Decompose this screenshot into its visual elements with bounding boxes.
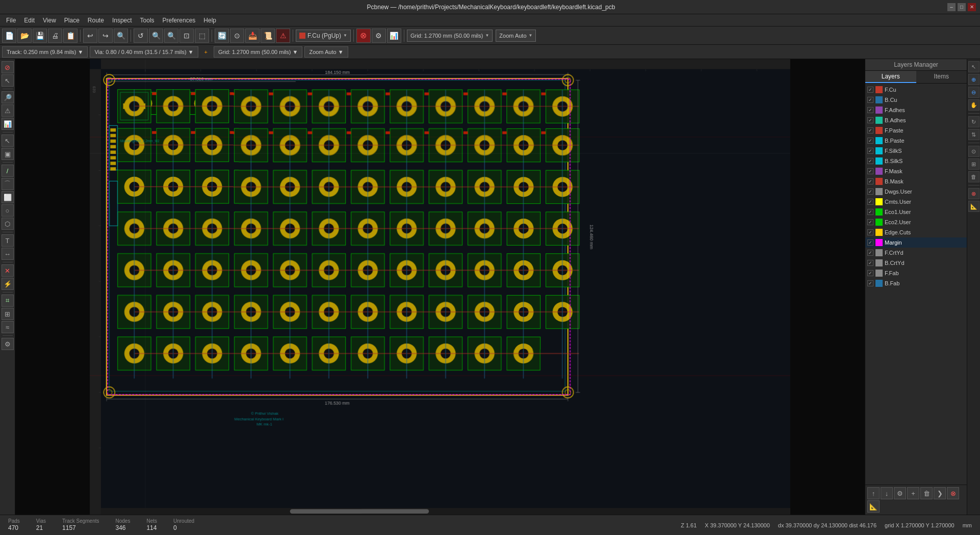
layer-item-f-paste[interactable]: ✓F.Paste: [865, 125, 967, 136]
minimize-button[interactable]: –: [947, 3, 956, 11]
layer-item-f-adhes[interactable]: ✓F.Adhes: [865, 105, 967, 115]
layer-visibility-check[interactable]: ✓: [867, 148, 873, 154]
layer-item-f-silks[interactable]: ✓F.SilkS: [865, 146, 967, 156]
via-selector[interactable]: Via: 0.80 / 0.40 mm (31.5 / 15.7 mils) ▼: [90, 46, 198, 58]
layer-item-edge-cuts[interactable]: ✓Edge.Cuts: [865, 227, 967, 237]
frt-zoom-out-button[interactable]: ⊖: [968, 87, 979, 98]
layers-add-button[interactable]: +: [907, 487, 919, 499]
layer-visibility-check[interactable]: ✓: [867, 178, 873, 184]
menu-item-tools[interactable]: Tools: [136, 16, 159, 25]
layers-arrow-up-button[interactable]: ↑: [867, 487, 880, 499]
zoom-selector[interactable]: Zoom Auto ▼: [496, 30, 536, 42]
escape-button[interactable]: ⊘: [2, 61, 14, 73]
frt-pointer-button[interactable]: ↖: [968, 61, 979, 72]
frt-pan-button[interactable]: ✋: [968, 99, 979, 111]
draw-line-tool[interactable]: /: [2, 165, 14, 177]
redo-button[interactable]: ↪: [98, 29, 113, 43]
layer-visibility-check[interactable]: ✓: [867, 117, 873, 123]
layer-visibility-check[interactable]: ✓: [867, 189, 873, 195]
menu-item-route[interactable]: Route: [84, 16, 108, 25]
draw-poly-tool[interactable]: ⬡: [2, 218, 14, 230]
layer-item-margin[interactable]: ✓Margin: [865, 237, 967, 248]
frt-ruler2-button[interactable]: 📐: [968, 201, 979, 212]
route-track-tool[interactable]: ⌗: [2, 295, 14, 307]
layer-visibility-check[interactable]: ✓: [867, 97, 873, 103]
undo-button[interactable]: ↩: [83, 29, 97, 43]
frt-zoom-in-button[interactable]: ⊕: [968, 74, 979, 85]
print-button[interactable]: 🖨: [48, 29, 62, 43]
inspect-tool[interactable]: 🔎: [2, 91, 14, 103]
layer-visibility-check[interactable]: ✓: [867, 168, 873, 174]
close-button[interactable]: ✕: [968, 3, 976, 11]
layer-visibility-check[interactable]: ✓: [867, 280, 873, 286]
search-button[interactable]: 🔍: [114, 29, 128, 43]
drc-button[interactable]: ⚠: [276, 29, 290, 43]
draw-rect-tool[interactable]: ⬜: [2, 191, 14, 203]
layer-item-f-crtyd[interactable]: ✓F.CrtYd: [865, 248, 967, 258]
frt-settings2-button[interactable]: ⊙: [968, 146, 979, 157]
layer-visibility-check[interactable]: ✓: [867, 138, 873, 144]
layers-arrow-down-button[interactable]: ↓: [881, 487, 893, 499]
draw-arc-tool[interactable]: ⌒: [2, 178, 14, 190]
netlist-button[interactable]: 📊: [387, 29, 401, 43]
layer-visibility-check[interactable]: ✓: [867, 107, 873, 113]
layers-trash-button[interactable]: 🗑: [920, 487, 933, 499]
track-selector[interactable]: Track: 0.250 mm (9.84 mils) ▼: [2, 46, 88, 58]
drc-run-button[interactable]: ⊗: [356, 29, 371, 43]
layer-visibility-check[interactable]: ✓: [867, 219, 873, 225]
layer-item-dwgs-user[interactable]: ✓Dwgs.User: [865, 186, 967, 197]
grid-selector[interactable]: Grid: 1.2700 mm (50.00 mils) ▼: [407, 30, 493, 42]
layer-visibility-check[interactable]: ✓: [867, 209, 873, 215]
frt-expand-button[interactable]: ⊗: [968, 188, 979, 199]
menu-item-inspect[interactable]: Inspect: [108, 16, 136, 25]
new-button[interactable]: 📄: [2, 29, 16, 43]
gerber-button[interactable]: 📋: [63, 29, 78, 43]
menu-item-help[interactable]: Help: [199, 16, 220, 25]
open-button[interactable]: 📂: [17, 29, 32, 43]
zoom-in-button[interactable]: 🔍: [149, 29, 163, 43]
layer-selector[interactable]: F.Cu (PgUp) ▼: [296, 30, 351, 42]
draw-circle-tool[interactable]: ○: [2, 204, 14, 217]
layers-drc-button[interactable]: ⊗: [947, 487, 959, 499]
refresh-button[interactable]: ↺: [134, 29, 148, 43]
layer-item-b-silks[interactable]: ✓B.SilkS: [865, 156, 967, 166]
route-diff-pair-tool[interactable]: ⊞: [2, 308, 14, 320]
maximize-button[interactable]: □: [958, 3, 966, 11]
zoom-fit-button[interactable]: ⊡: [179, 29, 194, 43]
layer-visibility-check[interactable]: ✓: [867, 270, 873, 276]
save-button[interactable]: 💾: [33, 29, 47, 43]
layer-visibility-check[interactable]: ✓: [867, 229, 873, 235]
drc-tool[interactable]: ⚠: [2, 104, 14, 117]
layers-chevron-button[interactable]: ❯: [934, 487, 946, 499]
board-stats-tool[interactable]: 📊: [2, 118, 14, 130]
frt-grid2-button[interactable]: ⊞: [968, 158, 979, 170]
tune-track-tool[interactable]: ≈: [2, 321, 14, 333]
layer-visibility-check[interactable]: ✓: [867, 260, 873, 266]
add-text-tool[interactable]: T: [2, 234, 14, 247]
layer-item-f-cu[interactable]: ✓F.Cu: [865, 85, 967, 95]
pcb-canvas[interactable]: 184.150 mm 87.310 mm: [15, 59, 865, 515]
select-pointer-button[interactable]: ↖: [2, 74, 14, 87]
footprint-button[interactable]: ⊙: [230, 29, 244, 43]
menu-item-edit[interactable]: Edit: [20, 16, 39, 25]
update-pcb-button[interactable]: 🔄: [215, 29, 229, 43]
layer-item-b-cu[interactable]: ✓B.Cu: [865, 95, 967, 105]
layer-visibility-check[interactable]: ✓: [867, 250, 873, 256]
layer-visibility-check[interactable]: ✓: [867, 127, 873, 133]
import-button[interactable]: 📥: [245, 29, 260, 43]
board-setup-button[interactable]: ⚙: [372, 29, 386, 43]
layers-ruler-button[interactable]: 📐: [867, 500, 880, 513]
layer-item-f-mask[interactable]: ✓F.Mask: [865, 166, 967, 176]
highlight-net-tool[interactable]: ⚡: [2, 278, 14, 290]
menu-item-view[interactable]: View: [39, 16, 60, 25]
interactive-router-settings[interactable]: ⚙: [2, 338, 14, 350]
pointer-tool[interactable]: ↖: [2, 135, 14, 147]
tab-layers[interactable]: Layers: [865, 71, 916, 83]
zoom-selector-2[interactable]: Zoom Auto ▼: [304, 46, 348, 58]
layer-item-cmts-user[interactable]: ✓Cmts.User: [865, 197, 967, 207]
layer-visibility-check[interactable]: ✓: [867, 239, 873, 246]
frt-flip-button[interactable]: ⇅: [968, 129, 979, 140]
frt-trash2-button[interactable]: 🗑: [968, 171, 979, 182]
grid-selector-2[interactable]: Grid: 1.2700 mm (50.00 mils) ▼: [214, 46, 302, 58]
tab-items[interactable]: Items: [916, 71, 967, 83]
